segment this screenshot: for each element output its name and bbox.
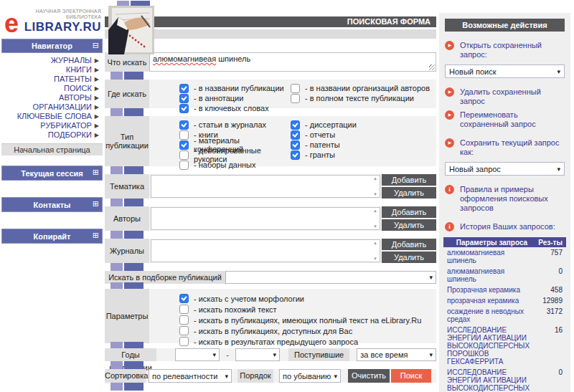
- rules-link[interactable]: Правила и примеры оформления поисковых з…: [445, 185, 565, 213]
- decor-squares: [105, 263, 436, 271]
- column-query: Параметры запроса: [447, 239, 537, 247]
- decor-squares: [105, 199, 436, 206]
- pubtype-label: Тип публикации: [105, 116, 149, 166]
- checkbox-available-for-you[interactable]: [179, 326, 189, 335]
- history-row: осаждение в неводных средах3172: [443, 306, 566, 325]
- sidebar-item-rubricator[interactable]: РУБРИКАТОР: [1, 121, 103, 130]
- rename-saved-query-link[interactable]: Переименовать сохраненный запрос: [445, 110, 565, 129]
- info-icon: [445, 222, 454, 231]
- sidebar-item-keywords[interactable]: КЛЮЧЕВЫЕ СЛОВА: [1, 112, 103, 121]
- checkbox-title[interactable]: [179, 84, 189, 93]
- scroll-arrows-icon[interactable]: [373, 209, 377, 229]
- sidebar-item-collections[interactable]: ПОДБОРКИ: [1, 130, 103, 140]
- save-current-query-link[interactable]: Сохранить текущий запрос как:: [445, 138, 565, 157]
- column-results: Рез-ты: [537, 239, 563, 247]
- page-title: ПОИСКОВАЯ ФОРМА: [347, 17, 430, 26]
- checkbox-previous-results[interactable]: [179, 337, 189, 346]
- expand-icon[interactable]: [93, 168, 99, 177]
- history-query-link[interactable]: алюмамагниевая шпинель: [447, 267, 538, 283]
- year-to-select[interactable]: [235, 348, 280, 361]
- scroll-arrows-icon[interactable]: [373, 241, 377, 261]
- history-result-count: 458: [538, 286, 563, 294]
- authors-add-button[interactable]: Добавить: [382, 206, 436, 218]
- checkbox-label: - в ключевых словах: [194, 104, 269, 113]
- sidebar-item-authors[interactable]: АВТОРЫ: [1, 93, 103, 102]
- subject-listbox[interactable]: [151, 175, 380, 198]
- history-query-link[interactable]: ИССЛЕДОВАНИЕ ЭНЕРГИИ АКТИВАЦИИ ВЫСОКОДИС…: [447, 326, 538, 365]
- saved-query-select-value: Новый поиск: [449, 67, 497, 76]
- checkbox-journal-articles[interactable]: [179, 120, 189, 130]
- collapse-icon[interactable]: [93, 41, 99, 50]
- checkbox-patents[interactable]: [291, 140, 300, 150]
- history-query-link[interactable]: прозрачная керамика: [447, 297, 538, 305]
- checkbox-reports[interactable]: [291, 130, 300, 140]
- section-contacts[interactable]: Контакты: [1, 197, 103, 212]
- checkbox-similar-text[interactable]: [179, 305, 189, 314]
- checkbox-morphology[interactable]: [179, 294, 189, 303]
- home-page-link[interactable]: Начальная страница: [1, 143, 103, 156]
- authors-remove-button[interactable]: Удалить: [382, 219, 436, 231]
- checkbox-label: - отчеты: [305, 130, 335, 139]
- saved-query-select[interactable]: Новый поиск: [445, 64, 565, 78]
- checkbox-deposited-manuscripts[interactable]: [179, 150, 189, 160]
- search-button[interactable]: Поиск: [391, 369, 431, 383]
- scroll-arrows-icon[interactable]: [373, 176, 377, 196]
- authors-listbox[interactable]: [151, 207, 380, 230]
- section-copyright[interactable]: Копирайт: [1, 229, 103, 244]
- checkbox-label: - в полном тексте публикации: [305, 94, 414, 102]
- journals-listbox[interactable]: [151, 239, 380, 262]
- subject-remove-button[interactable]: Удалить: [382, 187, 436, 199]
- row-parameters: Параметры - искать с учетом морфологии -…: [105, 289, 436, 343]
- checkbox-grants[interactable]: [291, 150, 300, 160]
- history-result-count: 0: [538, 267, 563, 275]
- checkbox-abstract[interactable]: [179, 94, 189, 103]
- journals-add-button[interactable]: Добавить: [382, 239, 436, 250]
- history-query-link[interactable]: ИССЛЕДОВАНИЕ ЭНЕРГИИ АКТИВАЦИИ ВЫСОКОДИС…: [447, 368, 538, 392]
- checkbox-fulltext[interactable]: [291, 94, 300, 103]
- checkbox-conference-materials[interactable]: [179, 140, 189, 150]
- open-saved-query-link[interactable]: Открыть сохраненный запрос:: [445, 41, 565, 59]
- history-query-link[interactable]: алюмомагниевая шпинель: [447, 249, 538, 264]
- query-word: шпинель: [218, 54, 250, 63]
- delete-saved-query-link[interactable]: Удалить сохраненный запрос: [445, 87, 565, 106]
- sidebar-item-journals[interactable]: ЖУРНАЛЫ: [1, 56, 103, 65]
- search-query-textarea[interactable]: алюмомагнивеая шпинель: [149, 52, 436, 72]
- expand-icon[interactable]: [93, 199, 99, 209]
- checkbox-label: - гранты: [305, 150, 335, 159]
- navigator-header[interactable]: Навигатор: [1, 39, 103, 53]
- checkbox-label: - искать в результатах предыдущего запро…: [194, 338, 358, 346]
- journals-remove-button[interactable]: Удалить: [382, 252, 436, 263]
- checkbox-org-names[interactable]: [291, 84, 300, 93]
- year-from-select[interactable]: [175, 348, 220, 361]
- sidebar-item-search[interactable]: ПОИСК: [1, 84, 103, 93]
- checkbox-keywords[interactable]: [179, 104, 189, 113]
- sidebar-item-organizations[interactable]: ОРГАНИЗАЦИИ: [1, 102, 103, 112]
- checkbox-label: - искать в публикациях, доступных для Ва…: [194, 327, 352, 335]
- checkbox-books[interactable]: [179, 130, 189, 140]
- arrow-right-icon: [95, 130, 99, 140]
- sidebar-item-patents[interactable]: ПАТЕНТЫ: [1, 75, 103, 84]
- checkbox-has-fulltext[interactable]: [179, 315, 189, 325]
- sort-select[interactable]: по релевантности: [149, 369, 232, 383]
- history-query-link[interactable]: осаждение в неводных средах: [447, 307, 538, 323]
- collection-select[interactable]: [225, 271, 436, 284]
- expand-icon[interactable]: [93, 231, 99, 240]
- logo-brand: LIBRARY.RU: [24, 20, 101, 34]
- sidebar-item-books[interactable]: КНИГИ: [1, 65, 103, 75]
- order-label: Порядок: [237, 369, 273, 383]
- order-select[interactable]: по убыванию: [279, 369, 341, 383]
- save-as-select-value: Новый запрос: [449, 165, 501, 173]
- navigator-items: ЖУРНАЛЫ КНИГИ ПАТЕНТЫ ПОИСК АВТОРЫ ОРГАН…: [1, 53, 103, 141]
- subject-add-button[interactable]: Добавить: [382, 174, 436, 186]
- save-as-select[interactable]: Новый запрос: [445, 162, 565, 176]
- checkbox-dissertations[interactable]: [291, 120, 300, 130]
- received-select[interactable]: за все время: [357, 348, 436, 361]
- decor-squares: [105, 361, 436, 369]
- history-query-link[interactable]: Прозрачная керамика: [447, 286, 538, 294]
- elibrary-logo[interactable]: e НАУЧНАЯ ЭЛЕКТРОННАЯ БИБЛИОТЕКА LIBRARY…: [4, 9, 101, 34]
- clear-button[interactable]: Очистить: [348, 369, 390, 383]
- section-current-session[interactable]: Текущая сессия: [1, 166, 103, 181]
- play-icon: [445, 87, 454, 97]
- checkbox-datasets[interactable]: [179, 161, 189, 170]
- decor-squares: [105, 231, 436, 239]
